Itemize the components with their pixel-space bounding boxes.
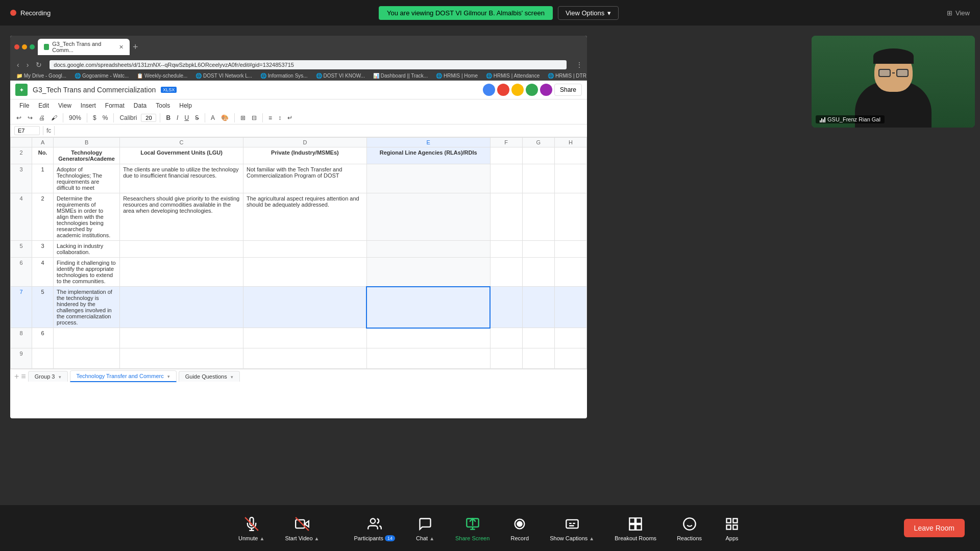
sheet-options-button[interactable]: ≡ [21,372,26,381]
unmute-button[interactable]: Unmute ▲ [230,511,273,545]
col-header-a[interactable]: A [32,138,54,147]
cell-d4[interactable]: The agricultural aspect requires attenti… [243,193,366,241]
cell-c7[interactable] [120,287,243,328]
cell-g2[interactable] [522,147,554,164]
text-color-button[interactable]: A [209,113,217,122]
formula-input[interactable] [58,127,583,134]
record-button[interactable]: Record [502,511,537,545]
cell-c3[interactable]: The clients are unable to utilize the te… [120,164,243,193]
menu-edit[interactable]: Edit [34,101,53,111]
cell-f9[interactable] [490,348,522,369]
cell-c2[interactable]: Local Government Units (LGU) [120,147,243,164]
close-window-button[interactable] [14,44,19,49]
bookmark-weekly[interactable]: 📋 Weekly-schedule... [135,72,189,79]
cell-a5[interactable]: 3 [32,241,54,258]
cell-e7[interactable] [366,287,490,328]
cell-e9[interactable] [366,348,490,369]
col-header-e[interactable]: E [366,138,490,147]
cell-c5[interactable] [120,241,243,258]
paint-format-button[interactable]: 🖌 [49,113,59,122]
bookmark-dost-know[interactable]: 🌐 DOST VI KNOW... [314,72,367,79]
borders-button[interactable]: ⊞ [238,113,248,122]
view-options-button[interactable]: View Options ▾ [558,6,619,20]
cell-c6[interactable] [120,258,243,287]
cell-h8[interactable] [554,328,586,348]
fill-color-button[interactable]: 🎨 [219,113,231,122]
leave-room-button[interactable]: Leave Room [904,519,965,537]
cell-h2[interactable] [554,147,586,164]
new-tab-button[interactable]: + [133,42,138,53]
cell-g6[interactable] [522,258,554,287]
menu-data[interactable]: Data [130,101,151,111]
cell-f8[interactable] [490,328,522,348]
cell-b3[interactable]: Adoptor of Technologies; The requirement… [54,164,120,193]
cell-a6[interactable]: 4 [32,258,54,287]
sheet-tab-guide[interactable]: Guide Questions ▾ [179,371,240,382]
font-size-input[interactable] [141,114,156,122]
align-button[interactable]: ≡ [266,113,274,122]
browser-menu-button[interactable]: ⋮ [576,61,583,69]
col-header-b[interactable]: B [54,138,120,147]
maximize-window-button[interactable] [30,44,35,49]
menu-help[interactable]: Help [175,101,196,111]
col-header-c[interactable]: C [120,138,243,147]
browser-tab-active[interactable]: G3_Tech Trans and Comm... ✕ [38,39,130,55]
cell-f4[interactable] [490,193,522,241]
back-button[interactable]: ‹ [14,60,22,70]
menu-insert[interactable]: Insert [77,101,100,111]
cell-h9[interactable] [554,348,586,369]
bookmark-dost-network[interactable]: 🌐 DOST VI Network L... [193,72,254,79]
cell-g7[interactable] [522,287,554,328]
cell-f5[interactable] [490,241,522,258]
col-header-d[interactable]: D [243,138,366,147]
cell-b8[interactable] [54,328,120,348]
wrap-button[interactable]: ↵ [285,113,295,122]
merge-button[interactable]: ⊟ [250,113,259,122]
cell-b7[interactable]: The implementation of the technology is … [54,287,120,328]
address-bar[interactable] [50,60,567,69]
cell-a3[interactable]: 1 [32,164,54,193]
cell-f3[interactable] [490,164,522,193]
cell-f2[interactable] [490,147,522,164]
cell-c8[interactable] [120,328,243,348]
zoom-control[interactable]: 90% [67,113,83,122]
cell-h7[interactable] [554,287,586,328]
sheet-tab-tech-transfer[interactable]: Technology Transfer and Commerc ▾ [70,370,177,382]
participants-button[interactable]: Participants 14 [346,511,404,545]
cell-b5[interactable]: Lacking in industry collaboration. [54,241,120,258]
print-button[interactable]: 🖨 [37,113,47,122]
cell-c4[interactable]: Researchers should give priority to the … [120,193,243,241]
cell-a8[interactable]: 6 [32,328,54,348]
cell-e5[interactable] [366,241,490,258]
bookmark-gogoanime[interactable]: 🌐 Gogoanime - Watc... [72,72,131,79]
reactions-button[interactable]: Reactions [669,511,710,545]
share-screen-button[interactable]: Share Screen [447,511,498,545]
cell-reference-box[interactable]: E7 [14,126,40,135]
sheet-tab-close-guide[interactable]: ▾ [231,374,233,380]
cell-f7[interactable] [490,287,522,328]
valign-button[interactable]: ↕ [276,113,283,122]
cell-g8[interactable] [522,328,554,348]
cell-a4[interactable]: 2 [32,193,54,241]
chat-button[interactable]: Chat ▲ [407,511,443,545]
cell-d6[interactable] [243,258,366,287]
cell-d8[interactable] [243,328,366,348]
cell-h5[interactable] [554,241,586,258]
cell-g5[interactable] [522,241,554,258]
tab-close-button[interactable]: ✕ [119,44,124,51]
bold-button[interactable]: B [164,113,173,122]
menu-tools[interactable]: Tools [152,101,174,111]
minimize-window-button[interactable] [22,44,27,49]
sheet-tab-group3[interactable]: Group 3 ▾ [28,371,68,382]
cell-b9[interactable] [54,348,120,369]
cell-e2[interactable]: Regional Line Agencies (RLAs)/RDIs [366,147,490,164]
add-sheet-button[interactable]: + [14,372,19,381]
menu-format[interactable]: Format [101,101,129,111]
bookmark-hrmis-home[interactable]: 🌐 HRMIS | Home [434,72,480,79]
cell-d5[interactable] [243,241,366,258]
start-video-button[interactable]: Start Video ▲ [277,511,327,545]
menu-file[interactable]: File [15,101,33,111]
sheet-tab-close-tech[interactable]: ▾ [167,374,170,379]
share-button[interactable]: Share [554,84,582,96]
breakout-rooms-button[interactable]: Breakout Rooms [606,511,665,545]
